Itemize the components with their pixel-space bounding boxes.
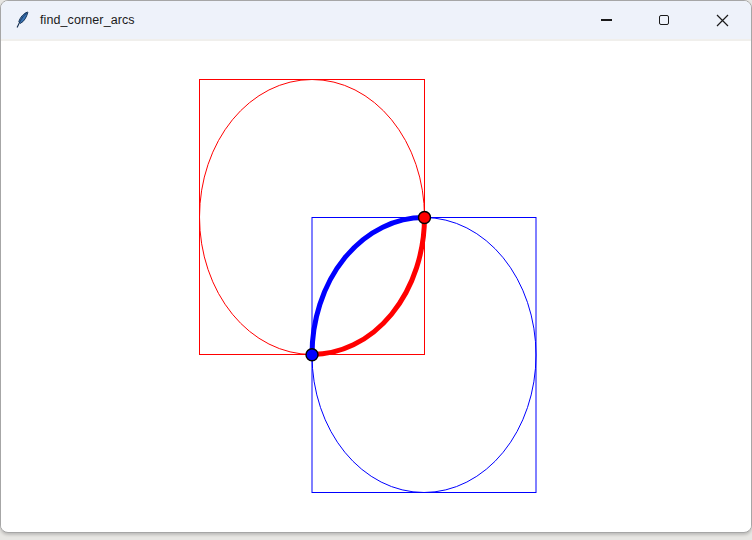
blue-intersection-dot — [306, 349, 318, 361]
app-window: find_corner_arcs — [0, 0, 752, 533]
maximize-icon — [659, 15, 669, 25]
minimize-icon — [601, 19, 612, 20]
drawing-canvas-svg — [1, 41, 751, 530]
window-controls — [577, 1, 751, 39]
window-title: find_corner_arcs — [40, 13, 135, 27]
red-intersection-dot — [419, 212, 431, 224]
close-button[interactable] — [693, 1, 751, 39]
tk-feather-icon — [14, 11, 30, 29]
close-icon — [716, 14, 729, 27]
titlebar[interactable]: find_corner_arcs — [1, 1, 751, 41]
maximize-button[interactable] — [635, 1, 693, 39]
minimize-button[interactable] — [577, 1, 635, 39]
drawing-canvas — [1, 41, 751, 530]
